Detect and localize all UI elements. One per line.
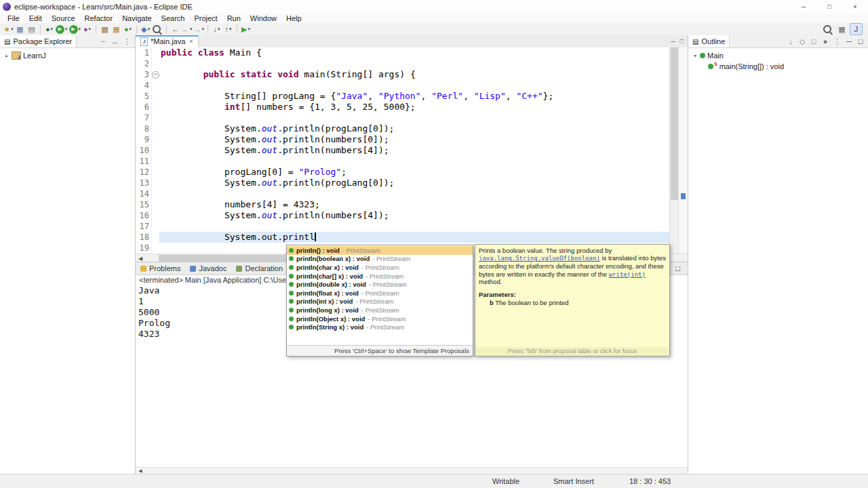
next-annotation-button[interactable]: ↓▾ xyxy=(211,24,222,35)
overview-ruler[interactable] xyxy=(678,47,688,253)
maximize-view-icon[interactable]: □ xyxy=(680,38,684,45)
expander-icon[interactable]: ▸ xyxy=(4,53,9,59)
line-number[interactable]: 11 xyxy=(136,156,151,167)
code-text[interactable] xyxy=(159,58,688,69)
code-editor[interactable]: 1public class Main {23− public static vo… xyxy=(136,47,688,253)
line-number[interactable]: 16 xyxy=(136,210,151,221)
window-close-button[interactable]: × xyxy=(842,0,868,14)
tab-javadoc[interactable]: Javadoc xyxy=(185,262,231,274)
completion-item[interactable]: println(double x) : void - PrintStream xyxy=(287,280,473,289)
debug-button[interactable]: ●▾ xyxy=(43,24,55,35)
editor-vertical-scrollbar[interactable] xyxy=(669,47,679,253)
code-text[interactable] xyxy=(159,156,688,167)
quick-access-search-button[interactable] xyxy=(822,24,834,35)
tab-problems[interactable]: Problems xyxy=(136,262,185,274)
completion-item[interactable]: println(char[] x) : void - PrintStream xyxy=(287,272,473,281)
scroll-left-icon[interactable]: ◀ xyxy=(136,468,145,474)
code-text[interactable]: System.out.println(numbers[4]); xyxy=(159,210,688,221)
completion-item[interactable]: println(int x) : void - PrintStream xyxy=(287,298,473,306)
code-text[interactable]: System.out.println(progLang[0]); xyxy=(159,178,688,188)
line-number[interactable]: 18 xyxy=(136,232,151,243)
code-text[interactable]: numbers[4] = 4323; xyxy=(159,199,688,210)
scroll-left-icon[interactable]: ◀ xyxy=(136,256,145,262)
new-java-class-button[interactable]: ●▾ xyxy=(122,24,134,35)
line-number[interactable]: 1 xyxy=(136,47,151,58)
last-edit-location-button[interactable]: ← xyxy=(170,24,181,35)
hide-non-public-button[interactable]: ● xyxy=(821,36,829,47)
line-number[interactable]: 4 xyxy=(136,80,151,91)
minimize-view-icon[interactable]: ─ xyxy=(671,38,675,45)
code-text[interactable]: System.out.printl xyxy=(159,232,688,243)
code-text[interactable]: int[] numbers = {1, 3, 5, 25, 5000}; xyxy=(159,102,688,113)
line-number[interactable]: 12 xyxy=(136,167,151,178)
run-external-tools-button[interactable]: ▶▾ xyxy=(240,24,252,35)
back-button[interactable]: ←▾ xyxy=(181,24,193,35)
java-perspective-button[interactable]: J xyxy=(850,23,863,35)
javadoc-link[interactable]: java.lang.String.valueOf(boolean) xyxy=(479,255,600,262)
completion-item[interactable]: println(long x) : void - PrintStream xyxy=(287,306,473,314)
line-number[interactable]: 10 xyxy=(136,145,151,156)
completion-item[interactable]: println(float x) : void - PrintStream xyxy=(287,289,473,298)
hide-static-members-button[interactable]: □ xyxy=(810,36,818,47)
menu-file[interactable]: File xyxy=(3,14,24,22)
menu-project[interactable]: Project xyxy=(189,14,222,22)
line-number[interactable]: 6 xyxy=(136,102,151,113)
maximize-view-button[interactable]: □ xyxy=(672,263,684,274)
new-java-package-button[interactable]: ▦ xyxy=(111,24,122,35)
tab-declaration[interactable]: Declaration xyxy=(231,262,288,274)
save-button[interactable]: ▦ xyxy=(14,24,26,35)
coverage-button[interactable]: ▶▾ xyxy=(68,24,82,35)
line-number[interactable]: 17 xyxy=(136,221,151,232)
new-wizard-button[interactable]: ★▾ xyxy=(3,24,14,35)
line-number[interactable]: 7 xyxy=(136,113,151,123)
profile-button[interactable]: ●▾ xyxy=(81,24,93,35)
code-text[interactable] xyxy=(159,113,688,123)
code-text[interactable]: System.out.println(numbers[4]); xyxy=(159,145,688,156)
menu-run[interactable]: Run xyxy=(222,14,245,22)
outline-item[interactable]: ▾Main xyxy=(688,50,868,61)
completion-item[interactable]: println(Object x) : void - PrintStream xyxy=(287,314,473,323)
expander-icon[interactable]: ▾ xyxy=(692,53,698,59)
code-text[interactable]: progLang[0] = "Prolog"; xyxy=(159,167,688,178)
previous-annotation-button[interactable]: ↑▾ xyxy=(222,24,234,35)
open-task-button[interactable]: ◆▾ xyxy=(140,24,151,35)
tree-item-learnj[interactable]: ▸LearnJ xyxy=(0,50,135,61)
menu-search[interactable]: Search xyxy=(157,14,190,22)
hide-fields-button[interactable]: ◇ xyxy=(798,36,806,47)
status-insert-mode[interactable]: Smart Insert xyxy=(553,474,594,488)
menu-edit[interactable]: Edit xyxy=(24,14,47,22)
completion-item[interactable]: println() : void - PrintStream xyxy=(287,246,473,255)
maximize-view-button[interactable]: □ xyxy=(856,36,865,47)
line-number[interactable]: 13 xyxy=(136,178,151,188)
line-number[interactable]: 14 xyxy=(136,188,151,199)
search-button[interactable] xyxy=(151,24,163,35)
line-number[interactable]: 8 xyxy=(136,123,151,134)
view-menu-button[interactable]: ⋮ xyxy=(123,36,132,47)
code-text[interactable] xyxy=(159,221,688,232)
forward-button[interactable]: →▾ xyxy=(193,24,205,35)
outline-item[interactable]: Smain(String[]) : void xyxy=(688,61,868,72)
line-number[interactable]: 3 xyxy=(136,69,151,80)
tab-outline[interactable]: ▤ Outline xyxy=(688,35,730,47)
code-text[interactable] xyxy=(159,80,688,91)
scrollbar-thumb[interactable] xyxy=(671,47,678,200)
javadoc-link[interactable]: write(int) xyxy=(609,271,646,278)
menu-source[interactable]: Source xyxy=(47,14,80,22)
code-text[interactable]: public static void main(String[] args) { xyxy=(159,69,688,80)
minimize-view-button[interactable]: ─ xyxy=(845,36,853,47)
code-text[interactable]: System.out.println(progLang[0]); xyxy=(159,123,688,134)
close-icon[interactable]: × xyxy=(189,38,193,45)
menu-window[interactable]: Window xyxy=(245,14,281,22)
line-number[interactable]: 5 xyxy=(136,91,151,102)
run-button[interactable]: ▶▾ xyxy=(55,24,68,35)
open-perspective-button[interactable]: ▦ xyxy=(836,24,848,35)
menu-navigate[interactable]: Navigate xyxy=(117,14,156,22)
menu-help[interactable]: Help xyxy=(281,14,307,22)
view-menu-button[interactable]: ⋮ xyxy=(833,36,842,47)
menu-refactor[interactable]: Refactor xyxy=(80,14,118,22)
overview-marker[interactable] xyxy=(681,193,686,199)
tab-package-explorer[interactable]: ▤ Package Explorer xyxy=(0,35,77,47)
completion-item[interactable]: println(String x) : void - PrintStream xyxy=(287,323,473,331)
line-number[interactable]: 9 xyxy=(136,134,151,145)
tab-main-java[interactable]: J *Main.java × xyxy=(136,35,199,47)
